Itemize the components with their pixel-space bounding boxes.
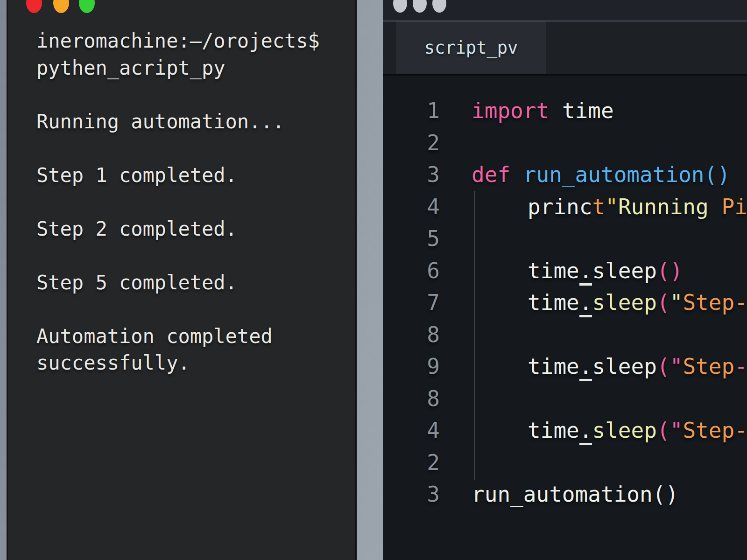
code-line: 6time.sleep() — [383, 255, 747, 287]
code-text — [472, 319, 528, 351]
code-text: princt"Running Pi — [472, 191, 747, 223]
terminal-line — [36, 135, 352, 162]
line-number: 2 — [383, 447, 440, 479]
code-line: 4princt"Running Pi — [383, 191, 747, 223]
terminal-window: ineromachine:–/orojects$pythen_acript_py… — [7, 0, 357, 560]
code-line: 2 — [383, 127, 747, 159]
code-line: 8 — [383, 383, 747, 415]
terminal-line: Step 1 completed. — [36, 162, 352, 189]
terminal-line: ineromachine:–/orojects$ — [36, 28, 352, 55]
code-text: time.sleep("Step- — [472, 287, 747, 319]
code-text: time.sleep() — [472, 255, 683, 287]
line-number: 4 — [383, 191, 440, 223]
line-number: 8 — [383, 319, 440, 351]
indent-guide — [474, 191, 475, 480]
code-line: 2 — [383, 447, 747, 479]
terminal-line — [36, 296, 352, 323]
line-number: 3 — [383, 159, 440, 191]
terminal-line: Step 5 completed. — [36, 269, 352, 296]
code-line: 3run_automation() — [383, 478, 747, 511]
terminal-line: pythen_acript_py — [36, 55, 352, 82]
minimize-traffic-light-icon[interactable] — [53, 0, 69, 13]
code-text: time.sleep("Step- — [472, 414, 747, 447]
code-line: 3def run_automation() — [383, 159, 747, 191]
terminal-line — [36, 81, 352, 108]
terminal-line — [36, 242, 352, 269]
terminal-line: Running automation... — [36, 108, 352, 135]
terminal-line: successfully. — [36, 350, 352, 377]
line-number: 9 — [383, 350, 440, 383]
code-text: def run_automation() — [472, 159, 730, 191]
code-text: import time — [472, 95, 614, 127]
terminal-output[interactable]: ineromachine:–/orojects$pythen_acript_py… — [36, 28, 352, 377]
code-text — [472, 383, 528, 415]
close-traffic-light-icon[interactable] — [393, 0, 407, 13]
line-number: 1 — [383, 95, 440, 127]
zoom-traffic-light-icon[interactable] — [79, 0, 95, 13]
code-lines: 1import time23def run_automation()4princ… — [383, 76, 747, 511]
tab-label: script_pv — [424, 38, 518, 58]
editor-titlebar[interactable] — [383, 0, 747, 21]
line-number: 4 — [383, 414, 440, 447]
code-text — [472, 447, 528, 479]
line-number: 6 — [383, 255, 440, 287]
terminal-line: Automation completed — [36, 323, 352, 350]
code-line: 7time.sleep("Step- — [383, 287, 747, 319]
line-number: 8 — [383, 383, 440, 415]
editor-body[interactable]: 1import time23def run_automation()4princ… — [383, 76, 747, 558]
minimize-traffic-light-icon[interactable] — [413, 0, 427, 13]
code-line: 5 — [383, 223, 747, 255]
code-text: run_automation() — [472, 478, 678, 511]
code-editor-window: script_pv 1import time23def run_automati… — [383, 0, 747, 560]
code-text — [472, 223, 528, 255]
code-line: 9time.sleep("Step- — [383, 350, 747, 383]
terminal-line: Step 2 completed. — [36, 216, 352, 243]
editor-tabbar: script_pv — [383, 21, 747, 76]
code-line: 1import time — [383, 95, 747, 127]
zoom-traffic-light-icon[interactable] — [432, 0, 446, 13]
line-number: 5 — [383, 223, 440, 255]
tab-script-pv[interactable]: script_pv — [396, 21, 546, 74]
terminal-line — [36, 189, 352, 216]
line-number: 2 — [383, 127, 440, 159]
line-number: 7 — [383, 287, 440, 319]
close-traffic-light-icon[interactable] — [26, 0, 42, 13]
line-number: 3 — [383, 478, 440, 511]
code-line: 4time.sleep("Step- — [383, 414, 747, 447]
code-text: time.sleep("Step- — [472, 350, 747, 383]
code-line: 8 — [383, 319, 747, 351]
